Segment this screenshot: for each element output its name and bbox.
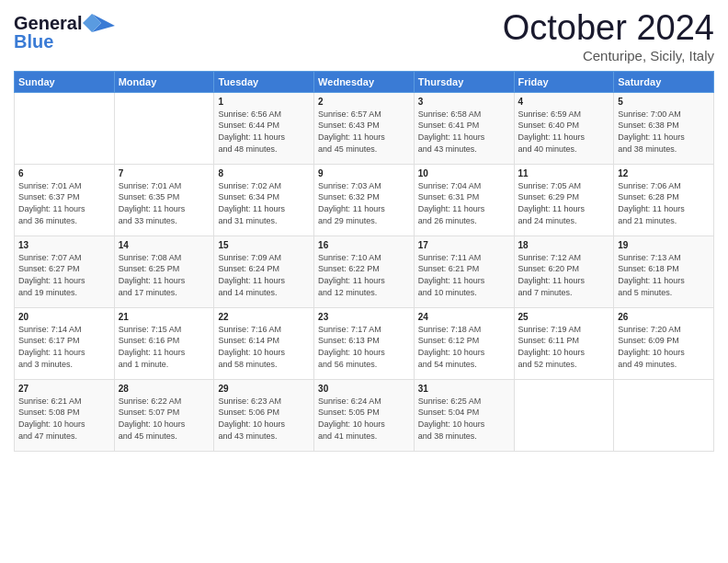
- day-info: Sunrise: 6:56 AM Sunset: 6:44 PM Dayligh…: [218, 109, 310, 155]
- day-cell: 15Sunrise: 7:09 AM Sunset: 6:24 PM Dayli…: [214, 236, 314, 307]
- day-cell: 21Sunrise: 7:15 AM Sunset: 6:16 PM Dayli…: [114, 307, 214, 379]
- week-row-1: 1Sunrise: 6:56 AM Sunset: 6:44 PM Daylig…: [15, 92, 714, 164]
- header-wednesday: Wednesday: [314, 71, 415, 92]
- day-info: Sunrise: 7:00 AM Sunset: 6:38 PM Dayligh…: [618, 109, 710, 155]
- header-tuesday: Tuesday: [214, 71, 314, 92]
- day-cell: 20Sunrise: 7:14 AM Sunset: 6:17 PM Dayli…: [15, 307, 115, 379]
- calendar-header: Sunday Monday Tuesday Wednesday Thursday…: [15, 71, 714, 92]
- day-cell: 18Sunrise: 7:12 AM Sunset: 6:20 PM Dayli…: [514, 236, 614, 307]
- week-row-4: 20Sunrise: 7:14 AM Sunset: 6:17 PM Dayli…: [15, 307, 714, 379]
- day-cell: 22Sunrise: 7:16 AM Sunset: 6:14 PM Dayli…: [214, 307, 314, 379]
- day-number: 26: [618, 312, 710, 322]
- day-cell: 30Sunrise: 6:24 AM Sunset: 5:05 PM Dayli…: [314, 379, 415, 451]
- day-cell: [15, 92, 115, 164]
- day-cell: 23Sunrise: 7:17 AM Sunset: 6:13 PM Dayli…: [314, 307, 415, 379]
- day-number: 31: [418, 384, 510, 394]
- day-info: Sunrise: 7:02 AM Sunset: 6:34 PM Dayligh…: [218, 180, 310, 226]
- day-cell: 16Sunrise: 7:10 AM Sunset: 6:22 PM Dayli…: [314, 236, 415, 307]
- day-cell: 10Sunrise: 7:04 AM Sunset: 6:31 PM Dayli…: [414, 164, 514, 236]
- header: General Blue October 2024 Centuripe, Sic…: [14, 9, 714, 63]
- calendar-table: Sunday Monday Tuesday Wednesday Thursday…: [14, 71, 714, 452]
- title-block: October 2024 Centuripe, Sicily, Italy: [503, 9, 714, 63]
- day-cell: 17Sunrise: 7:11 AM Sunset: 6:21 PM Dayli…: [414, 236, 514, 307]
- week-row-5: 27Sunrise: 6:21 AM Sunset: 5:08 PM Dayli…: [15, 379, 714, 451]
- day-info: Sunrise: 7:11 AM Sunset: 6:21 PM Dayligh…: [418, 252, 510, 298]
- day-number: 5: [618, 97, 710, 107]
- day-cell: 26Sunrise: 7:20 AM Sunset: 6:09 PM Dayli…: [614, 307, 714, 379]
- month-title: October 2024: [503, 9, 714, 48]
- day-info: Sunrise: 7:07 AM Sunset: 6:27 PM Dayligh…: [18, 252, 110, 298]
- day-number: 23: [318, 312, 410, 322]
- day-cell: 1Sunrise: 6:56 AM Sunset: 6:44 PM Daylig…: [214, 92, 314, 164]
- day-cell: [114, 92, 214, 164]
- header-saturday: Saturday: [614, 71, 714, 92]
- day-number: 21: [119, 312, 210, 322]
- day-info: Sunrise: 7:13 AM Sunset: 6:18 PM Dayligh…: [618, 252, 710, 298]
- day-info: Sunrise: 7:14 AM Sunset: 6:17 PM Dayligh…: [18, 324, 110, 370]
- header-sunday: Sunday: [15, 71, 115, 92]
- day-cell: 8Sunrise: 7:02 AM Sunset: 6:34 PM Daylig…: [214, 164, 314, 236]
- day-number: 14: [119, 240, 210, 250]
- day-cell: 14Sunrise: 7:08 AM Sunset: 6:25 PM Dayli…: [114, 236, 214, 307]
- location-subtitle: Centuripe, Sicily, Italy: [503, 48, 714, 63]
- day-info: Sunrise: 7:04 AM Sunset: 6:31 PM Dayligh…: [418, 180, 510, 226]
- day-number: 2: [318, 97, 410, 107]
- week-row-3: 13Sunrise: 7:07 AM Sunset: 6:27 PM Dayli…: [15, 236, 714, 307]
- day-info: Sunrise: 6:59 AM Sunset: 6:40 PM Dayligh…: [518, 109, 610, 155]
- day-number: 7: [119, 168, 210, 178]
- day-cell: 3Sunrise: 6:58 AM Sunset: 6:41 PM Daylig…: [414, 92, 514, 164]
- day-number: 27: [18, 384, 110, 394]
- day-info: Sunrise: 7:12 AM Sunset: 6:20 PM Dayligh…: [518, 252, 610, 298]
- day-cell: 6Sunrise: 7:01 AM Sunset: 6:37 PM Daylig…: [15, 164, 115, 236]
- day-number: 12: [618, 168, 710, 178]
- day-info: Sunrise: 7:18 AM Sunset: 6:12 PM Dayligh…: [418, 324, 510, 370]
- day-info: Sunrise: 7:09 AM Sunset: 6:24 PM Dayligh…: [218, 252, 310, 298]
- day-info: Sunrise: 6:57 AM Sunset: 6:43 PM Dayligh…: [318, 109, 410, 155]
- day-cell: 12Sunrise: 7:06 AM Sunset: 6:28 PM Dayli…: [614, 164, 714, 236]
- day-info: Sunrise: 7:06 AM Sunset: 6:28 PM Dayligh…: [618, 180, 710, 226]
- day-number: 20: [18, 312, 110, 322]
- day-number: 11: [518, 168, 610, 178]
- header-row: Sunday Monday Tuesday Wednesday Thursday…: [15, 71, 714, 92]
- day-number: 30: [318, 384, 410, 394]
- day-cell: [614, 379, 714, 451]
- day-number: 10: [418, 168, 510, 178]
- day-info: Sunrise: 7:01 AM Sunset: 6:35 PM Dayligh…: [119, 180, 210, 226]
- day-cell: 2Sunrise: 6:57 AM Sunset: 6:43 PM Daylig…: [314, 92, 415, 164]
- day-cell: 11Sunrise: 7:05 AM Sunset: 6:29 PM Dayli…: [514, 164, 614, 236]
- day-cell: 9Sunrise: 7:03 AM Sunset: 6:32 PM Daylig…: [314, 164, 415, 236]
- day-info: Sunrise: 7:19 AM Sunset: 6:11 PM Dayligh…: [518, 324, 610, 370]
- day-cell: 28Sunrise: 6:22 AM Sunset: 5:07 PM Dayli…: [114, 379, 214, 451]
- day-info: Sunrise: 6:22 AM Sunset: 5:07 PM Dayligh…: [119, 396, 210, 442]
- day-cell: 24Sunrise: 7:18 AM Sunset: 6:12 PM Dayli…: [414, 307, 514, 379]
- header-monday: Monday: [114, 71, 214, 92]
- day-info: Sunrise: 6:21 AM Sunset: 5:08 PM Dayligh…: [18, 396, 110, 442]
- day-info: Sunrise: 7:08 AM Sunset: 6:25 PM Dayligh…: [119, 252, 210, 298]
- day-info: Sunrise: 7:10 AM Sunset: 6:22 PM Dayligh…: [318, 252, 410, 298]
- day-number: 16: [318, 240, 410, 250]
- day-info: Sunrise: 7:03 AM Sunset: 6:32 PM Dayligh…: [318, 180, 410, 226]
- week-row-2: 6Sunrise: 7:01 AM Sunset: 6:37 PM Daylig…: [15, 164, 714, 236]
- header-thursday: Thursday: [414, 71, 514, 92]
- day-cell: 29Sunrise: 6:23 AM Sunset: 5:06 PM Dayli…: [214, 379, 314, 451]
- day-number: 22: [218, 312, 310, 322]
- day-number: 8: [218, 168, 310, 178]
- logo-text: General Blue: [14, 9, 115, 59]
- day-number: 24: [418, 312, 510, 322]
- day-info: Sunrise: 7:16 AM Sunset: 6:14 PM Dayligh…: [218, 324, 310, 370]
- day-number: 13: [18, 240, 110, 250]
- day-info: Sunrise: 7:17 AM Sunset: 6:13 PM Dayligh…: [318, 324, 410, 370]
- logo: General Blue: [14, 9, 115, 59]
- day-number: 17: [418, 240, 510, 250]
- day-info: Sunrise: 7:05 AM Sunset: 6:29 PM Dayligh…: [518, 180, 610, 226]
- day-cell: 5Sunrise: 7:00 AM Sunset: 6:38 PM Daylig…: [614, 92, 714, 164]
- day-cell: 7Sunrise: 7:01 AM Sunset: 6:35 PM Daylig…: [114, 164, 214, 236]
- day-number: 18: [518, 240, 610, 250]
- day-info: Sunrise: 6:23 AM Sunset: 5:06 PM Dayligh…: [218, 396, 310, 442]
- day-cell: 25Sunrise: 7:19 AM Sunset: 6:11 PM Dayli…: [514, 307, 614, 379]
- day-number: 25: [518, 312, 610, 322]
- day-cell: 4Sunrise: 6:59 AM Sunset: 6:40 PM Daylig…: [514, 92, 614, 164]
- day-cell: [514, 379, 614, 451]
- day-cell: 27Sunrise: 6:21 AM Sunset: 5:08 PM Dayli…: [15, 379, 115, 451]
- svg-text:Blue: Blue: [14, 31, 53, 52]
